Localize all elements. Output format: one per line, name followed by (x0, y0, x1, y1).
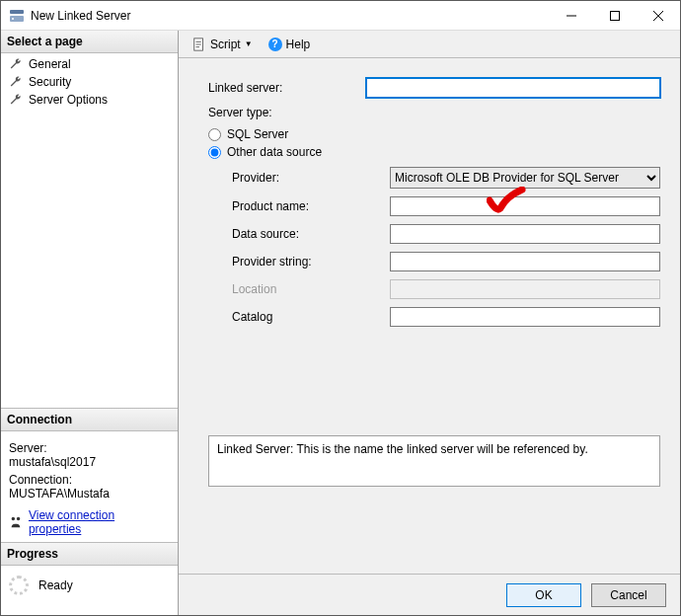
dialog-footer: OK Cancel (179, 574, 680, 615)
other-source-fields: Provider: Microsoft OLE DB Provider for … (232, 167, 660, 327)
minimize-button[interactable] (550, 1, 593, 31)
catalog-input[interactable] (390, 307, 660, 327)
provider-string-label: Provider string: (232, 255, 390, 269)
svg-rect-0 (10, 10, 24, 14)
view-connection-properties-text: View connection properties (29, 508, 170, 536)
progress-section: Progress Ready (1, 542, 178, 615)
server-label: Server: (9, 441, 170, 455)
dialog-window: New Linked Server Select a page General … (0, 0, 681, 616)
sidebar-item-server-options[interactable]: Server Options (1, 91, 178, 109)
location-input (390, 279, 660, 299)
data-source-label: Data source: (232, 227, 390, 241)
linked-server-label: Linked server: (208, 81, 366, 95)
form-area: Linked server: Server type: SQL Server O… (179, 58, 680, 574)
wrench-icon (9, 75, 23, 89)
svg-rect-4 (611, 11, 620, 20)
main-panel: Script ▼ ? Help Linked server: Server ty… (179, 31, 680, 615)
maximize-button[interactable] (593, 1, 637, 31)
sidebar-item-security[interactable]: Security (1, 73, 178, 91)
sidebar-item-label: Server Options (29, 93, 108, 107)
connection-icon (9, 515, 23, 529)
connection-label: Connection: (9, 473, 170, 487)
progress-status: Ready (38, 578, 73, 592)
hint-box: Linked Server: This is the name the link… (208, 435, 660, 487)
script-button[interactable]: Script ▼ (187, 36, 259, 53)
connection-value: MUSTAFA\Mustafa (9, 487, 170, 500)
sidebar-item-general[interactable]: General (1, 55, 178, 73)
provider-label: Provider: (232, 171, 390, 185)
hint-text: Linked Server: This is the name the link… (217, 442, 588, 456)
help-label: Help (286, 38, 311, 51)
provider-string-input[interactable] (390, 252, 660, 271)
close-button[interactable] (637, 1, 680, 31)
title-bar: New Linked Server (1, 1, 680, 31)
sidebar-item-label: Security (29, 75, 71, 89)
page-list: General Security Server Options (1, 53, 178, 111)
server-type-label: Server type: (208, 106, 366, 119)
script-label: Script (210, 38, 241, 51)
linked-server-input[interactable] (366, 78, 660, 98)
sidebar: Select a page General Security Server Op… (1, 31, 179, 615)
progress-spinner-icon (9, 576, 29, 595)
progress-header: Progress (1, 543, 178, 566)
connection-header: Connection (1, 409, 178, 431)
catalog-label: Catalog (232, 310, 390, 324)
window-title: New Linked Server (31, 9, 550, 23)
chevron-down-icon: ▼ (245, 39, 253, 48)
sidebar-item-label: General (29, 57, 71, 71)
script-icon (192, 38, 206, 51)
select-page-header: Select a page (1, 31, 178, 53)
dialog-body: Select a page General Security Server Op… (1, 31, 680, 615)
location-label: Location (232, 282, 390, 296)
data-source-input[interactable] (390, 224, 660, 244)
other-data-source-radio[interactable] (208, 146, 221, 159)
sql-server-radio[interactable] (208, 128, 221, 141)
help-button[interactable]: ? Help (263, 36, 317, 53)
server-value: mustafa\sql2017 (9, 455, 170, 469)
cancel-button[interactable]: Cancel (591, 583, 666, 607)
connection-section: Connection Server: mustafa\sql2017 Conne… (1, 408, 178, 542)
provider-select[interactable]: Microsoft OLE DB Provider for SQL Server (390, 167, 660, 189)
wrench-icon (9, 57, 23, 71)
toolbar: Script ▼ ? Help (179, 31, 680, 58)
product-name-label: Product name: (232, 199, 390, 213)
wrench-icon (9, 93, 23, 107)
view-connection-properties-link[interactable]: View connection properties (9, 508, 170, 536)
product-name-input[interactable] (390, 196, 660, 216)
other-data-source-radio-label: Other data source (227, 145, 322, 159)
help-icon: ? (268, 38, 282, 51)
ok-button[interactable]: OK (506, 583, 581, 607)
sql-server-radio-label: SQL Server (227, 127, 288, 141)
app-icon (9, 8, 25, 24)
svg-point-2 (12, 18, 14, 20)
